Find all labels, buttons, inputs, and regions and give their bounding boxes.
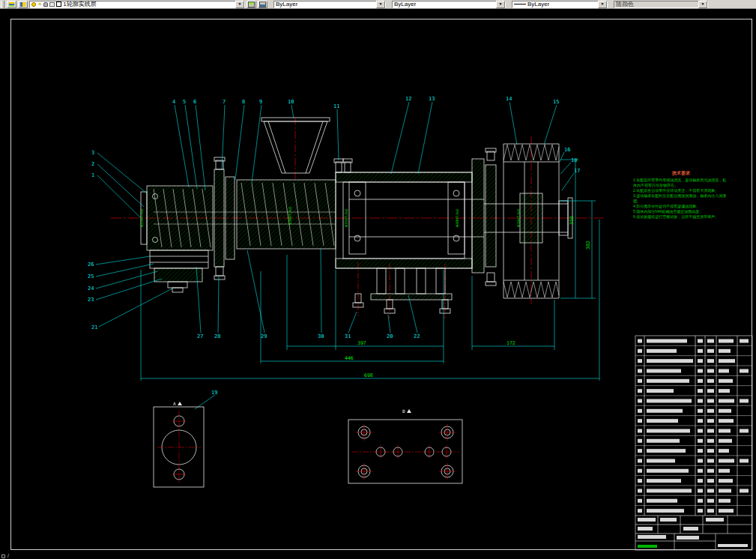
command-prompt-text: / xyxy=(7,553,9,559)
assembly-section-view[interactable] xyxy=(141,118,572,313)
lineweight-sample-icon xyxy=(514,4,526,4)
dimension-label: 172 xyxy=(506,340,515,346)
notes-line: 1.装配前所有零件用煤油清洗，滚动轴承用汽油清洗，机体内不得有任何杂物存在。 xyxy=(633,178,729,188)
layer-dropdown-arrow[interactable]: ▼ xyxy=(235,1,244,8)
linetype-select[interactable]: ByLayer ▼ xyxy=(392,1,506,8)
layers-icon xyxy=(9,2,14,7)
layer-states-button[interactable] xyxy=(18,1,28,8)
plotstyle-select: 随颜色 ▼ xyxy=(614,1,708,8)
dimension-label: 350 xyxy=(569,216,575,225)
command-line-strip[interactable]: / xyxy=(0,553,756,559)
layer-states-icon xyxy=(20,2,25,7)
notes-line: 5.箱体内加注N46机械油至规定油面高度。 xyxy=(633,209,729,214)
linetype-value: ByLayer xyxy=(394,1,416,7)
lineweight-value: ByLayer xyxy=(527,1,549,7)
part-callout: 10 xyxy=(288,99,294,105)
detail-view-b[interactable]: B xyxy=(348,408,462,483)
part-callout: 11 xyxy=(333,103,339,109)
make-object-layer-current-button[interactable] xyxy=(247,1,256,8)
part-callout: 24 xyxy=(88,285,94,291)
layer-select[interactable]: ☀ 1轮廓实线层 ▼ xyxy=(29,1,245,8)
part-callout: 25 xyxy=(88,274,94,280)
part-callout: 18 xyxy=(571,157,577,163)
layer-name: 1轮廓实线层 xyxy=(63,1,96,7)
view-a-label: A xyxy=(173,401,176,406)
part-callout: 29 xyxy=(261,333,267,339)
layer-freeze-icon[interactable]: ☀ xyxy=(37,1,42,7)
lineweight-dropdown-arrow[interactable]: ▼ xyxy=(598,1,607,8)
part-callout: 9 xyxy=(259,99,262,105)
layer-lock-icon[interactable] xyxy=(43,2,48,7)
notes-line: 6.按试验规程进行空载试验，运转平稳无异常噪声。 xyxy=(633,214,729,220)
plotstyle-value: 随颜色 xyxy=(616,1,634,7)
fit-label: Φ30H7/k6 xyxy=(288,207,292,225)
drawing-svg[interactable]: 4 5 6 7 8 9 10 11 12 13 14 15 3 2 1 26 2… xyxy=(0,9,756,553)
part-callout: 8 xyxy=(242,99,245,105)
part-callout: 15 xyxy=(553,99,559,105)
part-callout: 1 xyxy=(91,172,94,178)
drawing-canvas[interactable]: 4 5 6 7 8 9 10 11 12 13 14 15 3 2 1 26 2… xyxy=(0,9,756,553)
layer-previous-button[interactable] xyxy=(258,1,267,8)
layer-on-icon[interactable] xyxy=(31,2,36,7)
part-callout: 2 xyxy=(91,161,94,167)
fit-label: Φ35H7/k6 xyxy=(344,209,348,227)
part-callout: 6 xyxy=(193,99,196,105)
fit-label: Φ40H7/k6 xyxy=(455,209,459,227)
leaders-and-dimension-lines xyxy=(96,102,599,409)
layers-manager-button[interactable] xyxy=(7,1,16,8)
view-b-label: B xyxy=(402,408,405,414)
dimension-label: 302 xyxy=(585,241,591,250)
color-select[interactable]: ByLayer ▼ xyxy=(273,1,386,8)
color-dropdown-arrow[interactable]: ▼ xyxy=(376,1,385,8)
toolbar-grip[interactable] xyxy=(1,1,4,8)
dimension-label: 698 xyxy=(364,372,373,378)
part-callout: 17 xyxy=(574,168,580,174)
part-callout: 26 xyxy=(88,262,94,268)
part-callout: 4 xyxy=(172,99,175,105)
part-callout: 30 xyxy=(318,333,324,339)
part-callout: 12 xyxy=(405,96,411,102)
title-block-green-bar xyxy=(638,545,657,548)
view-a-arrow-icon xyxy=(178,402,182,405)
part-callout: 28 xyxy=(214,333,220,339)
notes-line: 3.滚动轴承装配时应在配合面涂润滑油，轴承内注入润滑脂。 xyxy=(633,193,729,204)
bom-rows xyxy=(635,339,752,513)
part-callout: 5 xyxy=(183,99,186,105)
parts-table[interactable] xyxy=(635,336,752,550)
command-prompt-icon xyxy=(1,555,5,558)
layer-color-swatch xyxy=(56,1,61,7)
part-callout: 16 xyxy=(564,147,570,153)
title-block-text-bars xyxy=(638,518,748,547)
notes-line: 4.剖分面及密封处均不得有渗漏油现象。 xyxy=(633,204,729,209)
lineweight-select[interactable]: ByLayer ▼ xyxy=(512,1,608,8)
part-callout: 31 xyxy=(345,333,351,339)
linetype-dropdown-arrow[interactable]: ▼ xyxy=(496,1,505,8)
dimension-label: 397 xyxy=(357,340,366,346)
part-callout: 7 xyxy=(223,99,226,105)
object-properties-toolbar: ☀ 1轮廓实线层 ▼ ByLayer ▼ ByLayer ▼ ByLayer ▼… xyxy=(0,0,756,9)
make-layer-current-icon xyxy=(248,1,255,7)
detail-view-a[interactable]: A xyxy=(154,401,204,487)
view-b-arrow-icon xyxy=(407,409,411,413)
part-callout: 23 xyxy=(88,297,94,303)
part-callout: 27 xyxy=(197,333,203,339)
fit-label: Φ25H7/k6 xyxy=(139,209,144,227)
fit-label: Φ28H7/k6 xyxy=(516,209,521,227)
color-value: ByLayer xyxy=(276,1,297,7)
plotstyle-dropdown-arrow: ▼ xyxy=(698,1,707,8)
notes-line: 2.装配后各运动零件应转动灵活，不得有卡滞现象。 xyxy=(633,188,729,193)
layer-plot-icon[interactable] xyxy=(49,2,55,7)
part-callout: 14 xyxy=(506,96,512,102)
part-callout: 19 xyxy=(211,390,217,396)
part-callout: 3 xyxy=(91,150,94,156)
layer-previous-icon xyxy=(259,1,266,7)
technical-notes: 技术要求 1.装配前所有零件用煤油清洗，滚动轴承用汽油清洗，机体内不得有任何杂物… xyxy=(633,170,729,220)
part-callout: 20 xyxy=(387,333,393,339)
notes-title: 技术要求 xyxy=(633,170,729,177)
part-callout: 21 xyxy=(91,324,97,330)
part-callout: 13 xyxy=(429,96,435,102)
dimension-label: 446 xyxy=(345,355,354,361)
part-callout: 22 xyxy=(414,333,420,339)
